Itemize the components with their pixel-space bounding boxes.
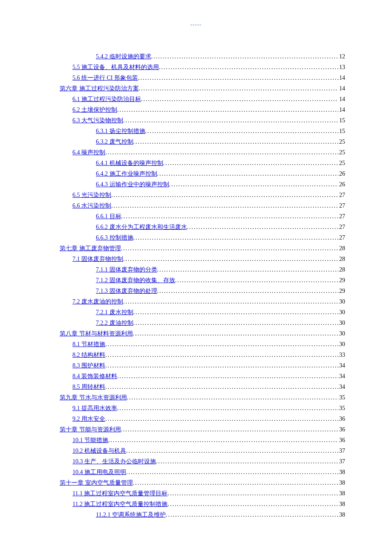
toc-link[interactable]: 6.4.3 运输作业中的噪声控制 — [96, 179, 169, 190]
toc-link[interactable]: 6.3 大气污染物控制 — [72, 115, 123, 126]
toc-link[interactable]: 第八章 节材与材料资源利用 — [60, 328, 133, 339]
toc-page-number: 30 — [338, 296, 345, 307]
toc-entry: 第九章 节水与水资源利用35 — [60, 392, 345, 403]
toc-link[interactable]: 6.4.2 施工作业噪声控制 — [96, 168, 157, 179]
toc-link[interactable]: 10.3 生产、生活及办公临时设施 — [72, 456, 156, 467]
toc-link[interactable]: 7.2 废水废油的控制 — [72, 296, 123, 307]
toc-link[interactable]: 7.1.3 固体废弃物的处理 — [96, 286, 157, 296]
toc-entry: 6.6.2 废水分为工程废水和生活废水27 — [60, 222, 345, 232]
toc-link[interactable]: 8.1 节材措施 — [72, 339, 105, 350]
toc-link[interactable]: 9.1 提高用水效率 — [72, 403, 117, 413]
toc-page-number: 38 — [338, 509, 345, 520]
toc-leader-dots — [121, 211, 339, 222]
toc-entry: 第八章 节材与材料资源利用30 — [60, 328, 345, 339]
toc-page-number: 27 — [338, 222, 345, 232]
toc-link[interactable]: 9.2 用水安全 — [72, 413, 105, 424]
toc-leader-dots — [138, 72, 338, 83]
toc-leader-dots — [157, 264, 339, 275]
toc-page-number: 28 — [338, 264, 345, 275]
toc-link[interactable]: 8.2 结构材料 — [72, 350, 105, 360]
toc-link[interactable]: 7.1.1 固体废弃物的分类 — [96, 264, 157, 275]
toc-leader-dots — [111, 200, 338, 211]
header-mark: ----- — [0, 21, 392, 28]
toc-entry: 11.2 施工过程室内空气质量控制措施38 — [60, 499, 345, 509]
toc-page-number: 34 — [338, 371, 345, 382]
toc-page-number: 36 — [338, 413, 345, 424]
toc-leader-dots — [139, 83, 339, 94]
toc-page-number: 34 — [338, 382, 345, 392]
toc-link[interactable]: 6.3.1 扬尘控制措施 — [96, 126, 145, 136]
toc-page-number: 37 — [338, 445, 345, 456]
toc-leader-dots — [159, 62, 338, 72]
toc-leader-dots — [105, 360, 338, 371]
toc-entry: 8.3 围护材料34 — [60, 360, 345, 371]
toc-leader-dots — [105, 339, 338, 350]
toc-page-number: 28 — [338, 243, 345, 254]
toc-link[interactable]: 10.4 施工用电及照明 — [72, 467, 126, 477]
toc-entry: 6.6 水污染控制27 — [60, 200, 345, 211]
toc-leader-dots — [166, 509, 338, 520]
toc-page-number: 14 — [338, 72, 345, 83]
toc-link[interactable]: 6.6.2 废水分为工程废水和生活废水 — [96, 222, 187, 232]
toc-link[interactable]: 8.3 围护材料 — [72, 360, 105, 371]
toc-link[interactable]: 7.2.2 废油控制 — [96, 318, 133, 328]
toc-link[interactable]: 第七章 施工废弃物管理 — [60, 243, 121, 254]
toc-link[interactable]: 6.1 施工过程污染防治目标 — [72, 94, 141, 104]
toc-link[interactable]: 8.4 装饰装修材料 — [72, 371, 117, 382]
toc-link[interactable]: 5.5 施工设备、机具及材料的选用 — [72, 62, 159, 72]
toc-link[interactable]: 6.6 水污染控制 — [72, 200, 111, 211]
toc-link[interactable]: 6.4.1 机械设备的噪声控制 — [96, 158, 163, 168]
toc-link[interactable]: 5.6 统一进行 CI 形象包装 — [72, 72, 138, 83]
toc-link[interactable]: 第六章 施工过程污染防治方案 — [60, 83, 139, 94]
toc-entry: 11.1 施工过程室内空气质量管理目标38 — [60, 488, 345, 499]
toc-link[interactable]: 11.2.1 空调系统施工及维护 — [96, 509, 166, 520]
toc-entry: 7.2 废水废油的控制30 — [60, 296, 345, 307]
toc-entry: 6.4.3 运输作业中的噪声控制26 — [60, 179, 345, 190]
toc-link[interactable]: 第十一章 室内空气质量管理 — [60, 477, 133, 488]
toc-leader-dots — [123, 296, 338, 307]
toc-link[interactable]: 第九章 节水与水资源利用 — [60, 392, 127, 403]
toc-page-number: 25 — [338, 147, 345, 158]
toc-leader-dots — [117, 104, 338, 115]
toc-page-number: 37 — [338, 456, 345, 467]
toc-link[interactable]: 6.4 噪声控制 — [72, 147, 105, 158]
toc-link[interactable]: 第十章 节能与资源利用 — [60, 424, 121, 435]
toc-leader-dots — [151, 51, 339, 62]
toc-link[interactable]: 11.1 施工过程室内空气质量管理目标 — [72, 488, 167, 499]
toc-page-number: 33 — [338, 350, 345, 360]
toc-entry: 8.4 装饰装修材料34 — [60, 371, 345, 382]
toc-page-number: 14 — [338, 104, 345, 115]
toc-link[interactable]: 7.1.2 固体废弃物的收集、存放 — [96, 275, 175, 286]
toc-page-number: 15 — [338, 115, 345, 126]
toc-link[interactable]: 8.5 周转材料 — [72, 382, 105, 392]
toc-leader-dots — [121, 243, 339, 254]
toc-page-number: 14 — [338, 94, 345, 104]
toc-entry: 第六章 施工过程污染防治方案14 — [60, 83, 345, 94]
toc-link[interactable]: 6.6.1 目标 — [96, 211, 121, 222]
toc-link[interactable]: 10.2 机械设备与机具 — [72, 445, 126, 456]
toc-link[interactable]: 7.1 固体废弃物控制 — [72, 254, 123, 264]
toc-entry: 第十章 节能与资源利用36 — [60, 424, 345, 435]
toc-link[interactable]: 6.5 光污染控制 — [72, 190, 111, 200]
toc-entry: 10.3 生产、生活及办公临时设施37 — [60, 456, 345, 467]
toc-leader-dots — [167, 499, 338, 509]
toc-page-number: 28 — [338, 254, 345, 264]
toc-link[interactable]: 6.6.3 控制措施 — [96, 232, 133, 243]
toc-entry: 6.4.1 机械设备的噪声控制25 — [60, 158, 345, 168]
toc-link[interactable]: 10.1 节能措施 — [72, 435, 108, 445]
toc-leader-dots — [187, 222, 339, 232]
toc-link[interactable]: 5.4.2 临时设施的要求 — [96, 51, 151, 62]
toc-entry: 9.2 用水安全36 — [60, 413, 345, 424]
toc-leader-dots — [117, 371, 338, 382]
toc-leader-dots — [127, 392, 339, 403]
toc-link[interactable]: 11.2 施工过程室内空气质量控制措施 — [72, 499, 167, 509]
toc-page-number: 38 — [338, 499, 345, 509]
toc-leader-dots — [133, 477, 339, 488]
toc-link[interactable]: 6.3.2 废气控制 — [96, 136, 133, 147]
toc-entry: 6.2 土壤保护控制14 — [60, 104, 345, 115]
toc-link[interactable]: 6.2 土壤保护控制 — [72, 104, 117, 115]
toc-page-number: 30 — [338, 307, 345, 318]
toc-link[interactable]: 7.2.1 废水控制 — [96, 307, 133, 318]
toc-entry: 9.1 提高用水效率35 — [60, 403, 345, 413]
toc-page-number: 15 — [338, 126, 345, 136]
